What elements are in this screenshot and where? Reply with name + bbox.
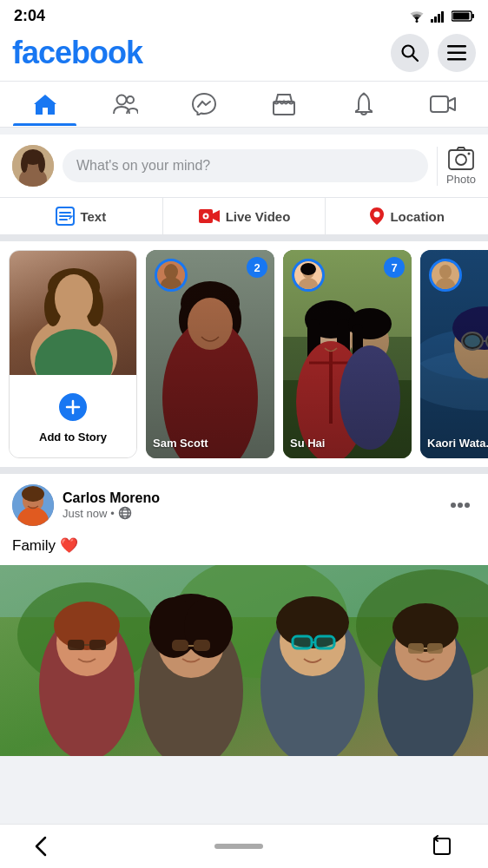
stories-section: Add to Story 2 Sam xyxy=(0,241,488,474)
menu-button[interactable] xyxy=(438,34,476,72)
svg-point-16 xyxy=(362,93,365,95)
search-icon xyxy=(400,43,419,62)
svg-point-25 xyxy=(456,155,466,165)
svg-rect-123 xyxy=(315,636,334,648)
search-button[interactable] xyxy=(391,34,429,72)
svg-point-96 xyxy=(465,503,470,508)
post-user-info: Carlos Moreno Just now • xyxy=(12,484,160,526)
post-content-text: Family ❤️ xyxy=(0,536,488,565)
svg-point-94 xyxy=(451,503,456,508)
svg-rect-4 xyxy=(441,11,444,23)
plus-icon xyxy=(65,399,81,415)
composer-input[interactable]: What's on your mind? xyxy=(63,149,428,182)
add-story-avatar xyxy=(10,251,137,386)
svg-rect-11 xyxy=(447,52,466,55)
svg-line-9 xyxy=(412,56,418,61)
svg-point-83 xyxy=(439,265,452,279)
video-nav-icon xyxy=(430,93,456,115)
rotate-button[interactable] xyxy=(431,835,453,858)
svg-rect-127 xyxy=(408,643,424,654)
svg-rect-2 xyxy=(434,16,437,23)
marketplace-nav-icon xyxy=(273,93,295,115)
svg-rect-1 xyxy=(431,19,433,23)
back-button[interactable] xyxy=(35,836,47,857)
nav-notifications[interactable] xyxy=(324,82,404,127)
photo-icon xyxy=(448,147,474,171)
add-story-plus xyxy=(56,391,89,424)
svg-rect-10 xyxy=(447,45,466,48)
text-action-button[interactable]: Text xyxy=(0,198,163,234)
nav-marketplace[interactable] xyxy=(244,82,324,126)
svg-point-23 xyxy=(38,155,45,173)
family-photo xyxy=(0,565,488,756)
location-button[interactable]: Location xyxy=(326,198,488,234)
add-story-card[interactable]: Add to Story xyxy=(9,250,137,458)
svg-point-13 xyxy=(116,95,126,105)
text-label: Text xyxy=(80,209,106,224)
rotate-icon xyxy=(431,835,453,858)
add-story-label: Add to Story xyxy=(39,431,107,444)
post-author-avatar[interactable] xyxy=(12,484,54,526)
bottom-nav xyxy=(0,824,488,868)
story-badge-sam: 2 xyxy=(247,257,267,278)
svg-point-87 xyxy=(22,486,44,502)
location-icon xyxy=(369,207,385,226)
friends-nav-icon xyxy=(112,93,138,115)
post-header: Carlos Moreno Just now • xyxy=(0,474,488,536)
messenger-nav-icon xyxy=(192,93,216,115)
svg-point-33 xyxy=(204,215,207,218)
svg-rect-6 xyxy=(472,14,475,18)
battery-icon xyxy=(452,10,474,22)
story-name-kaori: Kaori Wata... xyxy=(427,437,488,450)
header: facebook xyxy=(0,29,488,82)
svg-rect-105 xyxy=(68,640,84,650)
svg-point-71 xyxy=(300,263,316,275)
story-badge-suhai: 7 xyxy=(384,257,405,278)
live-video-button[interactable]: Live Video xyxy=(163,198,326,234)
svg-rect-17 xyxy=(431,96,448,112)
svg-rect-128 xyxy=(427,643,443,654)
avatar-image xyxy=(12,145,54,187)
story-name-suhai: Su Hai xyxy=(290,437,405,450)
svg-point-104 xyxy=(54,602,120,650)
nav-video[interactable] xyxy=(403,82,483,126)
story-avatar-kaori xyxy=(429,259,462,292)
nav-home[interactable] xyxy=(5,82,85,126)
post-more-button[interactable] xyxy=(445,490,476,521)
home-indicator xyxy=(214,844,263,849)
status-bar: 2:04 xyxy=(0,0,488,29)
composer: What's on your mind? Photo xyxy=(0,135,488,198)
svg-point-14 xyxy=(127,96,134,103)
svg-rect-114 xyxy=(194,640,210,651)
post-image xyxy=(0,565,488,756)
svg-point-95 xyxy=(458,503,463,508)
location-label: Location xyxy=(390,209,445,224)
svg-rect-106 xyxy=(89,640,106,650)
text-icon xyxy=(56,207,75,226)
action-row: Text Live Video Location xyxy=(0,198,488,241)
carlos-avatar-img xyxy=(12,484,54,526)
svg-rect-12 xyxy=(447,58,466,61)
header-actions xyxy=(391,34,476,72)
nav-friends[interactable] xyxy=(85,82,165,126)
story-kaori[interactable]: Kaori Wata... xyxy=(420,250,488,458)
nav-messenger[interactable] xyxy=(164,82,244,126)
photo-button[interactable]: Photo xyxy=(437,147,476,186)
story-sam-scott[interactable]: 2 Sam Scott xyxy=(146,250,274,458)
svg-rect-122 xyxy=(293,636,312,648)
svg-point-22 xyxy=(21,155,28,173)
post-time: Just now xyxy=(63,507,107,520)
add-story-bg xyxy=(10,251,136,385)
svg-rect-113 xyxy=(172,640,188,651)
story-su-hai[interactable]: 7 Su Hai xyxy=(283,250,412,458)
story-avatar-suhai xyxy=(292,259,325,292)
nav-bar xyxy=(0,82,488,128)
post-user-details: Carlos Moreno Just now • xyxy=(63,490,160,520)
svg-point-34 xyxy=(374,212,380,218)
story-name-sam: Sam Scott xyxy=(153,437,267,450)
svg-point-0 xyxy=(416,20,419,23)
live-video-icon xyxy=(198,208,221,224)
svg-point-26 xyxy=(468,152,471,155)
suhai-avatar-img xyxy=(294,261,322,289)
kaori-avatar-img xyxy=(432,261,459,289)
